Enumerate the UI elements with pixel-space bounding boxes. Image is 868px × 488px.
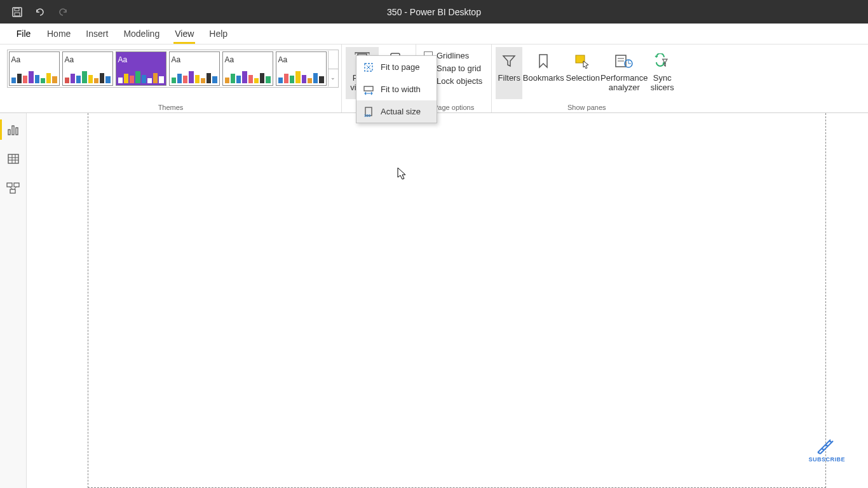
svg-rect-1: [15, 8, 19, 11]
svg-rect-0: [13, 8, 22, 17]
fit-to-page-item[interactable]: Fit to page: [356, 56, 437, 78]
svg-rect-29: [14, 183, 19, 187]
svg-rect-28: [7, 183, 12, 187]
group-themes: Aa Aa Aa Aa Aa Aa: [0, 44, 342, 112]
selection-label: Selection: [566, 74, 600, 83]
svg-text:100: 100: [364, 114, 371, 118]
svg-rect-22: [16, 128, 18, 135]
tab-view[interactable]: View: [167, 23, 201, 44]
theme-aa-label: Aa: [172, 55, 181, 64]
gridlines-label: Gridlines: [437, 51, 469, 60]
bookmarks-label: Bookmarks: [523, 74, 564, 83]
report-view-button[interactable]: [6, 122, 21, 137]
page-view-dropdown: Fit to page Fit to width 100 Actual size: [356, 55, 437, 123]
tab-modeling[interactable]: Modeling: [116, 23, 167, 44]
theme-thumb-2[interactable]: Aa: [62, 51, 113, 86]
workspace: [0, 113, 868, 488]
theme-thumb-5[interactable]: Aa: [222, 51, 273, 86]
lock-label: Lock objects: [437, 76, 482, 86]
dna-icon: [813, 435, 841, 455]
report-canvas[interactable]: [88, 113, 826, 488]
fit-width-label: Fit to width: [381, 85, 421, 94]
data-view-button[interactable]: [6, 151, 21, 166]
theme-aa-label: Aa: [278, 55, 288, 64]
undo-icon[interactable]: [34, 6, 46, 18]
subscribe-label: SUBSCRIBE: [808, 456, 845, 463]
performance-icon: [614, 51, 634, 71]
sync-slicers-label: Sync slicers: [647, 74, 677, 93]
actual-size-label: Actual size: [381, 107, 421, 116]
left-nav: [0, 113, 27, 488]
tab-insert[interactable]: Insert: [78, 23, 116, 44]
theme-thumb-1[interactable]: Aa: [9, 51, 60, 86]
svg-rect-21: [12, 126, 14, 135]
window-title: 350 - Power BI Desktop: [387, 7, 481, 17]
redo-icon[interactable]: [57, 6, 69, 18]
group-label-page-options: Page options: [433, 104, 474, 111]
fit-page-icon: [363, 62, 374, 73]
group-label-themes: Themes: [158, 104, 184, 111]
chevron-down-icon[interactable]: ⌄: [329, 69, 338, 87]
svg-rect-30: [10, 189, 15, 193]
svg-line-32: [14, 187, 17, 189]
fit-page-label: Fit to page: [381, 62, 419, 72]
svg-rect-17: [364, 86, 373, 91]
theme-thumb-3[interactable]: Aa: [116, 51, 166, 86]
sync-slicers-button[interactable]: Sync slicers: [647, 47, 677, 99]
theme-thumb-4[interactable]: Aa: [169, 51, 220, 86]
performance-button[interactable]: Performance analyzer: [601, 47, 647, 99]
themes-gallery: Aa Aa Aa Aa Aa Aa: [7, 50, 339, 88]
actual-size-item[interactable]: 100 Actual size: [356, 100, 437, 123]
theme-aa-label: Aa: [118, 55, 128, 64]
theme-aa-label: Aa: [225, 55, 234, 64]
sync-slicers-icon: [652, 51, 672, 71]
model-view-button[interactable]: [6, 180, 21, 196]
tab-help[interactable]: Help: [201, 23, 235, 44]
save-icon[interactable]: [11, 6, 23, 18]
tab-home[interactable]: Home: [39, 23, 78, 44]
group-label-show-panes: Show panes: [567, 104, 606, 111]
fit-width-icon: [363, 84, 374, 95]
theme-aa-label: Aa: [65, 55, 74, 64]
themes-dropdown[interactable]: ⌄: [328, 51, 338, 86]
theme-aa-label: Aa: [11, 55, 21, 64]
svg-rect-20: [8, 130, 10, 135]
selection-button[interactable]: Selection: [564, 47, 601, 99]
fit-to-width-item[interactable]: Fit to width: [356, 78, 437, 100]
tab-file[interactable]: File: [8, 23, 39, 44]
selection-icon: [573, 51, 593, 71]
actual-size-icon: 100: [363, 106, 374, 118]
performance-label: Performance analyzer: [600, 74, 648, 93]
bookmark-icon: [533, 51, 553, 71]
filters-label: Filters: [498, 74, 520, 83]
svg-line-31: [10, 187, 13, 189]
snap-label: Snap to grid: [437, 64, 481, 73]
svg-rect-23: [8, 154, 18, 163]
bookmarks-button[interactable]: Bookmarks: [522, 47, 564, 99]
svg-rect-2: [15, 13, 20, 16]
title-bar: 350 - Power BI Desktop: [0, 0, 868, 24]
filters-button[interactable]: Filters: [496, 47, 522, 99]
subscribe-watermark: SUBSCRIBE: [808, 435, 845, 463]
canvas-area: [27, 113, 868, 488]
theme-thumb-6[interactable]: Aa: [276, 51, 327, 86]
ribbon-tabs: File Home Insert Modeling View Help: [0, 24, 868, 44]
group-show-panes: Filters Bookmarks Selection Performance …: [492, 44, 681, 112]
filter-icon: [499, 51, 519, 71]
